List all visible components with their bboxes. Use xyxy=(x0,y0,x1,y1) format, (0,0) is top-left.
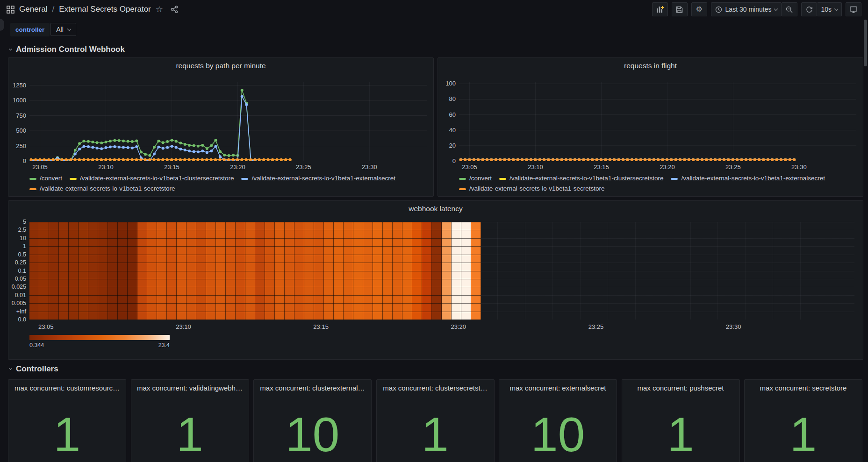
heatmap-column[interactable] xyxy=(137,222,147,320)
heatmap-column[interactable] xyxy=(108,222,118,320)
heatmap-column[interactable] xyxy=(255,222,265,320)
legend-item[interactable]: /convert xyxy=(459,175,492,182)
heatmap-column[interactable] xyxy=(39,222,49,320)
heatmap-column[interactable] xyxy=(432,222,442,320)
legend-item[interactable]: /validate-external-secrets-io-v1beta1-cl… xyxy=(499,175,663,182)
heatmap-column[interactable] xyxy=(216,222,226,320)
legend-item[interactable]: /validate-external-secrets-io-v1beta1-se… xyxy=(459,185,605,192)
legend-swatch xyxy=(29,188,36,190)
time-range-picker[interactable]: Last 30 minutes xyxy=(711,2,782,16)
panel-webhook-latency[interactable]: webhook latency 52.51010.50.250.10.050.0… xyxy=(8,200,863,360)
plot-area[interactable] xyxy=(29,82,427,161)
heatmap-column[interactable] xyxy=(29,222,39,320)
heatmap-column[interactable] xyxy=(471,222,481,320)
heatmap-column[interactable] xyxy=(294,222,304,320)
heatmap-column[interactable] xyxy=(402,222,412,320)
heatmap-column[interactable] xyxy=(147,222,157,320)
heatmap-column[interactable] xyxy=(167,222,177,320)
chevron-down-icon xyxy=(67,27,71,30)
stat-panel[interactable]: max concurrent: clustersecretst…1 xyxy=(376,379,495,462)
heatmap-column[interactable] xyxy=(118,222,128,320)
stat-panel[interactable]: max concurrent: pushsecret1 xyxy=(622,379,740,462)
stat-panel[interactable]: max concurrent: secretstore1 xyxy=(744,379,862,462)
star-icon[interactable]: ☆ xyxy=(156,4,163,14)
y-axis-label: 250 xyxy=(8,142,26,149)
legend-item[interactable]: /convert xyxy=(29,175,62,182)
heatmap-column[interactable] xyxy=(285,222,294,320)
panel-title: requests by path per minute xyxy=(8,62,433,70)
heatmap-column[interactable] xyxy=(422,222,432,320)
heatmap-column[interactable] xyxy=(373,222,383,320)
heatmap-column[interactable] xyxy=(442,222,452,320)
variable-value-dropdown[interactable]: All xyxy=(50,23,76,36)
save-dashboard-button[interactable] xyxy=(672,2,688,16)
heatmap-cells[interactable] xyxy=(29,222,481,320)
menu-handle[interactable] xyxy=(0,19,4,31)
heatmap-column[interactable] xyxy=(412,222,422,320)
heatmap-column[interactable] xyxy=(304,222,314,320)
heatmap-column[interactable] xyxy=(236,222,245,320)
heatmap-column[interactable] xyxy=(393,222,402,320)
refresh-interval-picker[interactable]: 10s xyxy=(817,2,842,16)
stat-panel[interactable]: max concurrent: externalsecret10 xyxy=(499,379,617,462)
time-controls: Last 30 minutes xyxy=(711,2,798,16)
heatmap-column[interactable] xyxy=(88,222,98,320)
share-icon[interactable] xyxy=(171,6,178,13)
heatmap-column[interactable] xyxy=(353,222,363,320)
heatmap-column[interactable] xyxy=(69,222,79,320)
heatmap-column[interactable] xyxy=(461,222,471,320)
breadcrumb-section[interactable]: General xyxy=(19,5,47,14)
heatmap-column[interactable] xyxy=(177,222,187,320)
heatmap-column[interactable] xyxy=(206,222,216,320)
heatmap-column[interactable] xyxy=(265,222,275,320)
grafana-dashboard: General / External Secrets Operator ☆ ⚙ … xyxy=(0,0,868,462)
dashboard-settings-button[interactable]: ⚙ xyxy=(691,2,707,16)
y-axis-label: 0.0 xyxy=(8,316,26,323)
heatmap-column[interactable] xyxy=(363,222,373,320)
add-panel-button[interactable] xyxy=(652,2,668,16)
dashboards-grid-icon[interactable] xyxy=(7,6,14,14)
breadcrumb: General / External Secrets Operator ☆ xyxy=(7,4,178,14)
x-axis-label: 23:20 xyxy=(223,163,251,171)
heatmap-column[interactable] xyxy=(324,222,334,320)
heatmap-column[interactable] xyxy=(196,222,206,320)
heatmap-column[interactable] xyxy=(59,222,69,320)
legend-item[interactable]: /validate-external-secrets-io-v1beta1-se… xyxy=(29,185,175,192)
heatmap-column[interactable] xyxy=(226,222,236,320)
x-axis-label: 23:15 xyxy=(305,323,337,330)
heatmap-column[interactable] xyxy=(157,222,167,320)
breadcrumb-title[interactable]: External Secrets Operator xyxy=(59,5,151,14)
heatmap-column[interactable] xyxy=(245,222,255,320)
heatmap-column[interactable] xyxy=(452,222,461,320)
heatmap-column[interactable] xyxy=(79,222,88,320)
panel-requests-by-path-per-minute[interactable]: requests by path per minute 025050075010… xyxy=(8,57,434,197)
stat-panel[interactable]: max concurrent: clusterexternal…10 xyxy=(253,379,372,462)
section-controllers[interactable]: Controllers xyxy=(9,364,58,374)
heatmap-column[interactable] xyxy=(383,222,393,320)
stat-panel[interactable]: max concurrent: validatingwebh…1 xyxy=(131,379,249,462)
kiosk-mode-button[interactable] xyxy=(846,2,861,16)
stat-title: max concurrent: secretstore xyxy=(747,384,859,392)
heatmap-column[interactable] xyxy=(344,222,353,320)
heatmap-column[interactable] xyxy=(275,222,285,320)
panel-requests-in-flight[interactable]: requests in flight 020406080100 23:0523:… xyxy=(438,57,863,197)
heatmap-column[interactable] xyxy=(128,222,137,320)
refresh-button[interactable] xyxy=(801,2,817,16)
section-admission-control-webhook[interactable]: Admission Control Webhook xyxy=(9,45,125,54)
heatmap-column[interactable] xyxy=(98,222,108,320)
heatmap-column[interactable] xyxy=(334,222,344,320)
stat-panel[interactable]: max concurrent: customresourc…1 xyxy=(8,379,126,462)
zoom-out-button[interactable] xyxy=(782,2,797,16)
legend-item[interactable]: /validate-external-secrets-io-v1beta1-cl… xyxy=(70,175,234,182)
heatmap-column[interactable] xyxy=(314,222,324,320)
x-axis-label: 23:10 xyxy=(167,323,200,330)
heatmap-color-scale xyxy=(29,335,170,340)
variable-label[interactable]: controller xyxy=(10,23,50,36)
heatmap-column[interactable] xyxy=(187,222,196,320)
heatmap-column[interactable] xyxy=(49,222,59,320)
plot-area[interactable] xyxy=(459,82,856,161)
legend-item[interactable]: /validate-external-secrets-io-v1beta1-ex… xyxy=(241,175,395,182)
scrollbar[interactable] xyxy=(864,20,867,66)
panel-title: requests in flight xyxy=(438,62,863,70)
legend-item[interactable]: /validate-external-secrets-io-v1beta1-ex… xyxy=(671,175,825,182)
